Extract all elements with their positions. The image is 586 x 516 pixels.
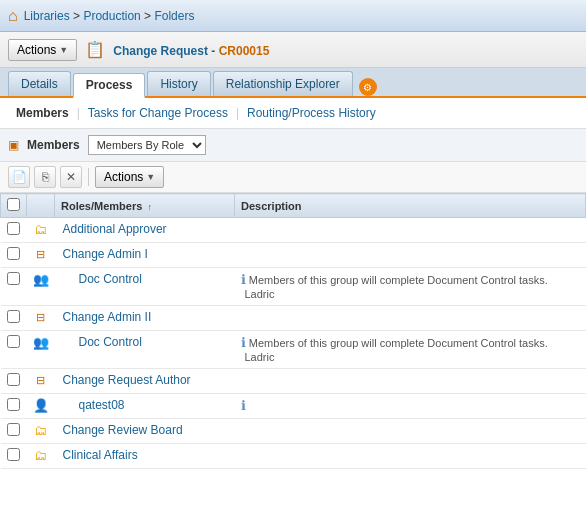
row-type-icon-cell: 🗂 — [27, 218, 55, 243]
row-checkbox-cell[interactable] — [1, 218, 27, 243]
row-name-cell: Change Admin I — [55, 243, 235, 268]
expand-icon[interactable]: ⊟ — [36, 374, 45, 386]
row-checkbox[interactable] — [7, 247, 20, 260]
row-desc-cell — [235, 218, 586, 243]
subtab-routing[interactable]: Routing/Process History — [239, 104, 384, 122]
user-icon: 👤 — [33, 398, 49, 413]
row-name-link[interactable]: Clinical Affairs — [63, 448, 138, 462]
breadcrumb-folders[interactable]: Folders — [154, 9, 194, 23]
breadcrumb-libraries[interactable]: Libraries — [24, 9, 70, 23]
members-expand-icon[interactable]: ▣ — [8, 138, 19, 152]
row-checkbox-cell[interactable] — [1, 331, 27, 369]
row-sub-text: Ladric — [241, 351, 275, 363]
table-row: 👥 Doc Control ℹ Members of this group wi… — [1, 268, 586, 306]
row-checkbox[interactable] — [7, 448, 20, 461]
row-name-link[interactable]: Additional Approver — [63, 222, 167, 236]
info-icon[interactable]: ℹ — [241, 272, 246, 287]
breadcrumb-production[interactable]: Production — [83, 9, 140, 23]
row-name-cell: Change Review Board — [55, 419, 235, 444]
actions-arrow-icon: ▼ — [59, 45, 68, 55]
row-checkbox[interactable] — [7, 310, 20, 323]
table-toolbar: 📄 ⎘ ✕ Actions ▼ — [0, 162, 586, 193]
row-name-link[interactable]: Change Admin II — [63, 310, 152, 324]
tab-history[interactable]: History — [147, 71, 210, 96]
table-row: 🗂 Additional Approver — [1, 218, 586, 243]
expand-icon[interactable]: ⊟ — [36, 311, 45, 323]
table-row: 🗂 Change Review Board — [1, 419, 586, 444]
th-checkbox — [1, 194, 27, 218]
row-name-link[interactable]: qatest08 — [79, 398, 125, 412]
row-name-link[interactable]: Change Request Author — [63, 373, 191, 387]
tabs-bar: Details Process History Relationship Exp… — [0, 68, 586, 98]
row-name-link[interactable]: Doc Control — [79, 335, 142, 349]
actions-button[interactable]: Actions ▼ — [8, 39, 77, 61]
row-desc-text: Members of this group will complete Docu… — [249, 274, 548, 286]
subtab-members[interactable]: Members — [8, 104, 77, 122]
top-bar: ⌂ Libraries > Production > Folders — [0, 0, 586, 32]
row-type-icon-cell: 👥 — [27, 331, 55, 369]
row-desc-cell — [235, 444, 586, 469]
th-description: Description — [235, 194, 586, 218]
table-actions-label: Actions — [104, 170, 143, 184]
row-checkbox-cell[interactable] — [1, 243, 27, 268]
row-checkbox-cell[interactable] — [1, 268, 27, 306]
row-name-cell: Change Request Author — [55, 369, 235, 394]
group-icon: 👥 — [33, 335, 49, 350]
tab-relationship-explorer[interactable]: Relationship Explorer — [213, 71, 353, 96]
row-checkbox-cell[interactable] — [1, 469, 27, 474]
row-desc-cell — [235, 369, 586, 394]
tab-details[interactable]: Details — [8, 71, 71, 96]
row-desc-text: Members of this group will complete Docu… — [249, 337, 548, 349]
row-type-icon-cell: 🗂 — [27, 419, 55, 444]
table-row: 🗂 Document Control — [1, 469, 586, 474]
row-checkbox[interactable] — [7, 222, 20, 235]
row-type-icon-cell: 👤 — [27, 394, 55, 419]
info-icon[interactable]: ℹ — [241, 398, 246, 413]
row-name-link[interactable]: Change Review Board — [63, 423, 183, 437]
members-table-container: Roles/Members ↑ Description 🗂 Additional… — [0, 193, 586, 473]
action-bar: Actions ▼ 📋 Change Request - CR00015 — [0, 32, 586, 68]
row-name-link[interactable]: Change Admin I — [63, 247, 148, 261]
subtab-tasks[interactable]: Tasks for Change Process — [80, 104, 236, 122]
select-all-checkbox[interactable] — [7, 198, 20, 211]
row-checkbox-cell[interactable] — [1, 306, 27, 331]
table-actions-button[interactable]: Actions ▼ — [95, 166, 164, 188]
toolbar-new-btn[interactable]: 📄 — [8, 166, 30, 188]
folder-icon: 🗂 — [34, 448, 47, 463]
page-title: Change Request - CR00015 — [113, 42, 269, 58]
row-checkbox[interactable] — [7, 398, 20, 411]
row-checkbox-cell[interactable] — [1, 394, 27, 419]
row-name-cell: Doc Control — [55, 331, 235, 369]
row-type-icon-cell: 🗂 — [27, 469, 55, 474]
row-desc-cell — [235, 306, 586, 331]
tab-process[interactable]: Process — [73, 73, 146, 98]
folder-icon: 🗂 — [34, 222, 47, 237]
folder-icon: 🗂 — [34, 423, 47, 438]
row-checkbox[interactable] — [7, 373, 20, 386]
table-row: 👤 qatest08 ℹ — [1, 394, 586, 419]
row-checkbox[interactable] — [7, 335, 20, 348]
expand-icon[interactable]: ⊟ — [36, 248, 45, 260]
row-checkbox-cell[interactable] — [1, 369, 27, 394]
breadcrumb: Libraries > Production > Folders — [24, 9, 195, 23]
row-name-cell: qatest08 — [55, 394, 235, 419]
sub-tabs-bar: Members | Tasks for Change Process | Rou… — [0, 98, 586, 129]
table-row: ⊟ Change Request Author — [1, 369, 586, 394]
row-checkbox-cell[interactable] — [1, 419, 27, 444]
toolbar-divider — [88, 168, 89, 186]
row-checkbox[interactable] — [7, 272, 20, 285]
row-sub-text: Ladric — [241, 288, 275, 300]
th-name[interactable]: Roles/Members ↑ — [55, 194, 235, 218]
info-icon[interactable]: ℹ — [241, 335, 246, 350]
row-checkbox[interactable] — [7, 423, 20, 436]
row-checkbox-cell[interactable] — [1, 444, 27, 469]
table-row: 👥 Doc Control ℹ Members of this group wi… — [1, 331, 586, 369]
members-role-select[interactable]: Members By Role All Members — [88, 135, 206, 155]
row-name-link[interactable]: Doc Control — [79, 272, 142, 286]
table-row: 🗂 Clinical Affairs — [1, 444, 586, 469]
home-icon[interactable]: ⌂ — [8, 7, 18, 25]
toolbar-copy-btn[interactable]: ⎘ — [34, 166, 56, 188]
settings-tab-icon[interactable]: ⚙ — [359, 78, 377, 96]
row-desc-cell: ℹ Members of this group will complete Do… — [235, 331, 586, 369]
toolbar-delete-btn[interactable]: ✕ — [60, 166, 82, 188]
